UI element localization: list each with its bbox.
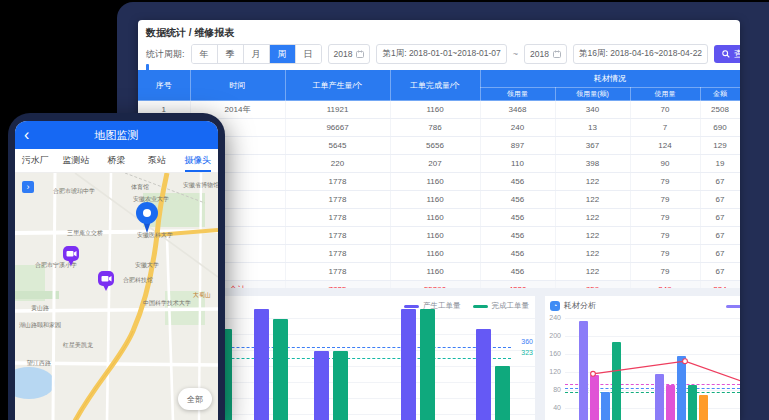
bar-完成工单量[interactable] (420, 309, 435, 420)
map-view[interactable]: › 全部 合肥市琥珀中学体育馆安徽农业大学安徽省博物馆三里庵立交桥安徽医科大学合… (15, 173, 218, 420)
week-from-input[interactable]: 第1周: 2018-01-01~2018-01-07 (376, 44, 506, 64)
map-label: 合肥科技馆 (123, 276, 153, 285)
map-all-filter-button[interactable]: 全部 (178, 388, 212, 410)
camera-marker-icon[interactable] (97, 270, 115, 294)
gridline (565, 354, 740, 355)
map-label: 黄山路 (31, 304, 49, 313)
bar-完成工单量[interactable] (273, 319, 288, 420)
gridline (565, 372, 740, 373)
period-option-日[interactable]: 日 (295, 45, 321, 63)
map-label: 中国科学技术大学 (143, 299, 191, 308)
consumable-analysis-chart: ◔耗材分析2402001601208040 (545, 296, 740, 420)
gridline (565, 336, 740, 337)
bar[interactable] (601, 392, 610, 420)
col-header: 工单完成量/个 (390, 70, 480, 101)
map-expand-button[interactable]: › (22, 181, 34, 193)
period-option-周[interactable]: 周 (269, 45, 295, 63)
reference-line-label: 360 (521, 338, 533, 345)
col-header: 序号 (138, 70, 190, 101)
phone-tab-监测站[interactable]: 监测站 (56, 149, 97, 172)
report-table: 序号时间工单产生量/个工单完成量/个耗材情况领用量领用量(额)使用量金额1201… (138, 70, 740, 317)
map-label: 安徽大学 (135, 261, 159, 270)
map-label: 湖山路颐和家园 (19, 321, 61, 330)
query-button[interactable]: 查询 (714, 45, 740, 63)
table-row[interactable]: 12014年1192111603468340702508 (138, 101, 740, 119)
map-label: 红星美凯龙 (63, 341, 93, 350)
period-option-月[interactable]: 月 (243, 45, 269, 63)
bar[interactable] (612, 342, 621, 420)
breadcrumb-text: 数据统计 / 维修报表 (146, 26, 234, 40)
bar[interactable] (579, 321, 588, 420)
year-from-select[interactable]: 2018 (328, 44, 371, 64)
bar[interactable] (699, 395, 708, 420)
bar-产生工单量[interactable] (314, 351, 329, 420)
table-row[interactable]: 56455656897367124129 (138, 137, 740, 155)
trend-line (545, 296, 740, 420)
y-axis-tick: 200 (545, 332, 561, 339)
map-basemap (15, 173, 218, 420)
bar-产生工单量[interactable] (254, 309, 269, 420)
table-row[interactable]: 177811604561227967 (138, 245, 740, 263)
period-segmented-control: 年季月周日 (191, 44, 322, 64)
week-to-input[interactable]: 第16周: 2018-04-16~2018-04-22 (573, 44, 708, 64)
bar-完成工单量[interactable] (333, 351, 348, 420)
map-label: 大蜀山 (193, 291, 211, 300)
table-row[interactable]: 2202071103989019 (138, 155, 740, 173)
calendar-icon (356, 50, 364, 58)
col-header: 时间 (190, 70, 285, 101)
chart-title-icon: ◔ (550, 301, 560, 311)
bar[interactable] (590, 375, 599, 420)
table-row[interactable]: 177811604561227967 (138, 209, 740, 227)
map-label: 安徽医科大学 (137, 231, 173, 240)
back-button[interactable]: ‹ (24, 123, 29, 147)
table-row[interactable]: 177811604561227967 (138, 191, 740, 209)
map-label: 望江西路 (27, 359, 51, 368)
breadcrumb: 数据统计 / 维修报表 (146, 26, 234, 40)
map-label: 安徽省博物馆 (183, 181, 218, 190)
phone-tab-泵站[interactable]: 泵站 (137, 149, 178, 172)
phone-title: 地图监测 (95, 128, 139, 143)
map-label: 安徽农业大学 (133, 195, 169, 204)
legend-swatch (404, 305, 419, 308)
legend-swatch (473, 305, 488, 308)
table-row[interactable]: 177811604561227967 (138, 227, 740, 245)
phone-screen: ‹ 地图监测 污水厂监测站桥梁泵站摄像头 (15, 121, 218, 420)
range-separator: ~ (513, 49, 518, 59)
filter-bar: 统计周期: 年季月周日 2018 第1周: 2018-01-01~2018-01… (146, 44, 740, 64)
bar[interactable] (666, 385, 675, 420)
table-row[interactable]: 177811604561227967 (138, 263, 740, 281)
col-header: 工单产生量/个 (285, 70, 390, 101)
period-option-年[interactable]: 年 (192, 45, 217, 63)
map-label: 体育馆 (131, 183, 149, 192)
phone-header: ‹ 地图监测 (15, 121, 218, 149)
period-option-季[interactable]: 季 (217, 45, 243, 63)
bar-产生工单量[interactable] (476, 329, 491, 420)
sub-col-header: 使用量 (630, 88, 700, 101)
phone-tab-桥梁[interactable]: 桥梁 (96, 149, 137, 172)
sub-col-header: 领用量 (480, 88, 555, 101)
table-row[interactable]: 96667786240137690 (138, 119, 740, 137)
bar-产生工单量[interactable] (401, 309, 416, 420)
sub-col-header: 金额 (700, 88, 740, 101)
year-to-select[interactable]: 2018 (524, 44, 567, 64)
sub-col-header: 领用量(额) (555, 88, 630, 101)
phone-tab-摄像头[interactable]: 摄像头 (177, 149, 218, 172)
page: { "desktop": { "breadcrumb": "数据统计 / 维修报… (0, 0, 769, 420)
y-axis-tick: 40 (545, 404, 561, 411)
camera-marker-icon[interactable] (62, 245, 80, 269)
phone-tab-污水厂[interactable]: 污水厂 (15, 149, 56, 172)
phone-tab-bar: 污水厂监测站桥梁泵站摄像头 (15, 149, 218, 173)
map-label: 合肥市琥珀中学 (53, 187, 95, 196)
bar[interactable] (677, 356, 686, 420)
map-label: 三里庵立交桥 (67, 229, 103, 238)
phone-mockup: ‹ 地图监测 污水厂监测站桥梁泵站摄像头 (8, 113, 225, 420)
table-row[interactable]: 177811604561227967 (138, 173, 740, 191)
bar-完成工单量[interactable] (495, 366, 510, 420)
section-divider (138, 288, 740, 296)
bar[interactable] (688, 385, 697, 420)
y-axis-tick: 120 (545, 368, 561, 375)
period-label: 统计周期: (146, 48, 185, 61)
gridline (565, 318, 740, 319)
bar[interactable] (655, 374, 664, 420)
chart-title: ◔耗材分析 (550, 300, 596, 311)
